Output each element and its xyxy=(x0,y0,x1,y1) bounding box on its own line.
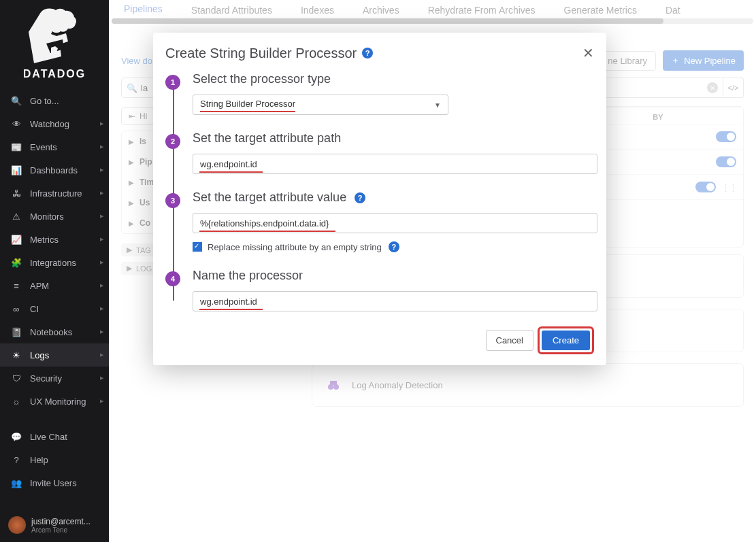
nav-dashboards[interactable]: 📊Dashboards▶ xyxy=(0,158,109,182)
tag-pill[interactable]: ▶TAG xyxy=(121,243,157,256)
step-1: 1 Select the processor type String Build… xyxy=(165,72,594,115)
log-anomaly-label: Log Anomaly Detection xyxy=(352,380,443,390)
hide-controls-button[interactable]: ⇤ Hi xyxy=(121,107,154,125)
chat-icon: 💬 xyxy=(10,431,23,442)
svg-rect-7 xyxy=(330,381,337,385)
replace-missing-checkbox[interactable] xyxy=(193,242,202,252)
tab-pipelines[interactable]: Pipelines xyxy=(124,3,163,20)
nav-invite[interactable]: 👥Invite Users xyxy=(0,471,109,494)
help-icon: ? xyxy=(10,454,23,465)
checkbox-label: Replace missing attribute by an empty st… xyxy=(208,242,382,252)
metrics-icon: 📈 xyxy=(10,234,23,245)
chevron-right-icon: ▶ xyxy=(100,260,103,265)
chevron-right-icon: ▶ xyxy=(127,264,132,273)
code-toggle[interactable]: </> xyxy=(723,78,744,98)
svg-point-5 xyxy=(328,384,333,390)
tab-generate-metrics[interactable]: Generate Metrics xyxy=(564,5,637,20)
pipeline-library-button[interactable]: ne Library xyxy=(599,51,656,71)
create-button[interactable]: Create xyxy=(542,331,590,350)
server-icon: 🖧 xyxy=(10,188,23,199)
close-button[interactable]: ✕ xyxy=(582,45,594,61)
tab-archives[interactable]: Archives xyxy=(363,5,399,20)
binoculars-icon xyxy=(326,377,341,392)
ci-icon: ∞ xyxy=(10,303,23,314)
calendar-icon: 📰 xyxy=(10,141,23,152)
binoculars-icon: 👁 xyxy=(10,118,23,129)
step-number: 1 xyxy=(165,75,180,90)
help-icon[interactable]: ? xyxy=(362,48,373,58)
tab-indexes[interactable]: Indexes xyxy=(301,5,334,20)
nav-help[interactable]: ?Help xyxy=(0,448,109,471)
search-icon: 🔍 xyxy=(127,83,137,93)
scroll-track[interactable] xyxy=(112,18,753,24)
user-menu[interactable]: justin@arcemt... Arcem Tene xyxy=(0,511,109,542)
chevron-right-icon: ▶ xyxy=(129,199,134,207)
log-anomaly-block[interactable]: Log Anomaly Detection xyxy=(312,363,744,407)
nav-events[interactable]: 📰Events▶ xyxy=(0,135,109,158)
chevron-right-icon: ▶ xyxy=(100,352,103,358)
nav-monitors[interactable]: ⚠Monitors▶ xyxy=(0,205,109,228)
chevron-right-icon: ▶ xyxy=(100,167,103,173)
help-icon[interactable]: ? xyxy=(389,241,399,252)
step-heading: Select the processor type xyxy=(193,72,594,86)
chevron-right-icon: ▶ xyxy=(100,190,103,196)
shield-icon: 🛡 xyxy=(10,373,23,384)
enable-toggle[interactable] xyxy=(716,131,736,142)
nav-apm[interactable]: ≡APM▶ xyxy=(0,274,109,297)
underline-highlight xyxy=(199,171,263,173)
user-name: Arcem Tene xyxy=(31,526,91,534)
chevron-right-icon: ▶ xyxy=(129,138,134,146)
apm-icon: ≡ xyxy=(10,280,23,291)
svg-point-6 xyxy=(333,384,339,390)
chevron-right-icon: ▶ xyxy=(129,179,134,186)
svg-text:DATADOG: DATADOG xyxy=(24,68,85,79)
brand-logo: DATADOG xyxy=(0,0,109,89)
sidebar: DATADOG 🔍Go to... 👁Watchdog▶ 📰Events▶ 📊D… xyxy=(0,0,109,542)
nav-watchdog[interactable]: 👁Watchdog▶ xyxy=(0,112,109,135)
tab-data-truncated[interactable]: Dat xyxy=(665,5,680,20)
chevron-right-icon: ▶ xyxy=(100,214,103,219)
notebook-icon: 📓 xyxy=(10,326,23,337)
user-plus-icon: 👥 xyxy=(10,477,23,488)
enable-toggle[interactable] xyxy=(716,156,736,167)
step-4: 4 Name the processor xyxy=(165,269,594,311)
tab-standard-attributes[interactable]: Standard Attributes xyxy=(191,5,272,20)
nav-ux[interactable]: ☼UX Monitoring▶ xyxy=(0,390,109,413)
tag-pill[interactable]: ▶LOG xyxy=(121,262,157,275)
tab-rehydrate[interactable]: Rehydrate From Archives xyxy=(428,5,536,20)
modal-title: Create String Builder Processor xyxy=(165,46,357,61)
nav-ci[interactable]: ∞CI▶ xyxy=(0,297,109,320)
tab-bar: Pipelines Standard Attributes Indexes Ar… xyxy=(109,0,756,20)
nav-notebooks[interactable]: 📓Notebooks▶ xyxy=(0,320,109,343)
create-processor-modal: Create String Builder Processor ? ✕ 1 Se… xyxy=(153,33,606,365)
collapse-icon: ⇤ xyxy=(129,112,135,121)
nav-metrics[interactable]: 📈Metrics▶ xyxy=(0,228,109,251)
help-icon[interactable]: ? xyxy=(355,192,365,203)
nav-logs[interactable]: ☀Logs▶ xyxy=(0,343,109,367)
chevron-right-icon: ▶ xyxy=(100,283,103,288)
nav-infrastructure[interactable]: 🖧Infrastructure▶ xyxy=(0,182,109,205)
chevron-right-icon: ▶ xyxy=(127,245,132,254)
chevron-right-icon: ▶ xyxy=(129,158,134,166)
cancel-button[interactable]: Cancel xyxy=(486,330,533,351)
new-pipeline-button[interactable]: ＋New Pipeline xyxy=(663,50,744,71)
nav-security[interactable]: 🛡Security▶ xyxy=(0,367,109,390)
chevron-right-icon: ▶ xyxy=(129,220,134,227)
user-email: justin@arcemt... xyxy=(31,517,91,526)
chevron-right-icon: ▶ xyxy=(100,237,103,242)
step-heading: Set the target attribute path xyxy=(193,131,597,146)
nav-goto[interactable]: 🔍Go to... xyxy=(0,89,109,112)
drag-handle-icon[interactable]: ⋮⋮ xyxy=(721,182,736,192)
nav-live-chat[interactable]: 💬Live Chat xyxy=(0,425,109,448)
chart-icon: 📊 xyxy=(10,165,23,175)
step-number: 4 xyxy=(165,271,180,286)
step-heading: Set the target attribute value? xyxy=(193,190,597,205)
chevron-right-icon: ▶ xyxy=(100,375,103,381)
enable-toggle[interactable] xyxy=(695,182,716,192)
clear-icon[interactable]: ✕ xyxy=(707,82,718,93)
step-3: 3 Set the target attribute value? Replac… xyxy=(165,190,594,252)
avatar xyxy=(8,516,26,534)
view-docs-link[interactable]: View do xyxy=(121,56,152,66)
nav-integrations[interactable]: 🧩Integrations▶ xyxy=(0,251,109,274)
processor-type-select[interactable]: String Builder Processor ▼ xyxy=(193,95,448,115)
